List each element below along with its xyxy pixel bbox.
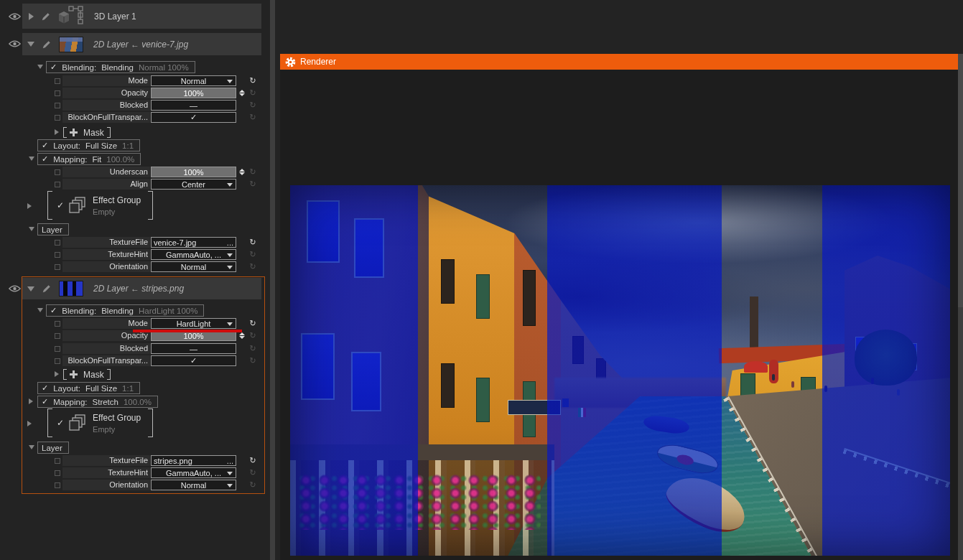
row-checkbox[interactable] [55, 333, 60, 339]
orientation-dropdown[interactable]: Normal [151, 480, 236, 490]
check-icon[interactable]: ✓ [57, 200, 64, 210]
opacity-input[interactable]: 100% [151, 88, 236, 98]
expand-arrow-icon[interactable] [55, 129, 59, 135]
row-checkbox[interactable] [55, 90, 60, 96]
layout-section-header[interactable]: ✓ Layout: Full Size 1:1 [37, 139, 140, 151]
row-checkbox[interactable] [55, 252, 60, 258]
mapping-section-header[interactable]: ✓ Mapping: Fit 100.0% [37, 153, 141, 165]
eye-icon[interactable] [9, 39, 21, 48]
collapse-arrow-icon[interactable] [29, 445, 34, 449]
expand-arrow-icon[interactable] [29, 398, 33, 404]
blockonfull-checkbox-field[interactable]: ✓ [151, 112, 236, 123]
underscan-input[interactable]: 100% [151, 167, 236, 177]
layers-panel-scrollbar[interactable] [270, 0, 275, 560]
texturehint-dropdown[interactable]: GammaAuto, ... [151, 467, 236, 478]
reset-icon[interactable]: ↻ [248, 238, 258, 247]
row-checkbox[interactable] [55, 482, 60, 488]
blending-section-header[interactable]: ✓ Blending: Blending HardLight 100% [46, 304, 204, 317]
reset-icon[interactable]: ↻ [248, 480, 258, 490]
collapse-arrow-icon[interactable] [27, 286, 34, 291]
chevron-down-icon [227, 183, 233, 187]
plus-icon[interactable] [70, 129, 78, 136]
check-icon[interactable]: ✓ [42, 383, 48, 393]
bracket-left [63, 369, 67, 380]
scrollbar-thumb[interactable] [958, 54, 963, 307]
blocked-field[interactable]: — [151, 100, 236, 111]
expand-arrow-icon[interactable] [27, 203, 32, 209]
layer-section-header[interactable]: Layer [37, 442, 69, 454]
row-checkbox[interactable] [55, 458, 60, 464]
check-icon[interactable]: ✓ [42, 154, 48, 164]
layer-header-venice[interactable]: 2D Layer ← venice-7.jpg [22, 33, 261, 55]
reset-icon[interactable]: ↻ [248, 88, 258, 98]
plus-icon[interactable] [70, 370, 78, 378]
reset-icon[interactable]: ↻ [248, 468, 258, 477]
row-checkbox[interactable] [55, 103, 60, 108]
reset-icon[interactable]: ↻ [248, 167, 258, 177]
blockonfull-checkbox-field[interactable]: ✓ [151, 355, 236, 366]
row-checkbox[interactable] [55, 346, 60, 352]
effect-group[interactable]: ✓ Effect Group Empty [47, 191, 153, 220]
texturefile-field[interactable]: stripes.png... [151, 455, 236, 466]
blending-section-header[interactable]: ✓ Blending: Blending Normal 100% [46, 61, 195, 73]
check-icon[interactable]: ✓ [42, 141, 48, 150]
mapping-section-header[interactable]: ✓ Mapping: Stretch 100.0% [37, 396, 158, 408]
renderer-titlebar[interactable]: Renderer [280, 54, 958, 70]
row-checkbox[interactable] [55, 169, 60, 175]
row-checkbox[interactable] [55, 470, 60, 476]
property-row-blocked: Blocked — ↻ [55, 343, 258, 354]
mode-dropdown[interactable]: HardLight [151, 318, 236, 329]
eye-icon[interactable] [9, 284, 21, 293]
reset-icon[interactable]: ↻ [248, 319, 258, 328]
property-label: BlockOnFullTranspar... [62, 112, 150, 123]
collapse-arrow-icon[interactable] [27, 42, 34, 47]
blocked-field[interactable]: — [151, 343, 236, 354]
reset-icon[interactable]: ↻ [248, 456, 258, 465]
layer-section-header[interactable]: Layer [37, 223, 69, 235]
row-checkbox[interactable] [55, 321, 60, 327]
reset-icon[interactable]: ↻ [248, 262, 258, 271]
reset-icon[interactable]: ↻ [248, 250, 258, 259]
row-checkbox[interactable] [55, 264, 60, 270]
check-icon[interactable]: ✓ [50, 62, 57, 72]
check-icon[interactable]: ✓ [57, 418, 64, 428]
collapse-arrow-icon[interactable] [29, 227, 34, 231]
expand-arrow-icon[interactable] [27, 421, 32, 426]
mode-dropdown[interactable]: Normal [151, 75, 236, 86]
row-checkbox[interactable] [55, 358, 60, 364]
texturefile-field[interactable]: venice-7.jpg... [151, 237, 236, 248]
reset-icon[interactable]: ↻ [248, 179, 258, 189]
layer-header-stripes[interactable]: 2D Layer ← stripes.png [22, 278, 261, 299]
check-icon[interactable]: ✓ [50, 306, 57, 315]
reset-icon[interactable]: ↻ [248, 76, 258, 85]
row-checkbox[interactable] [55, 78, 60, 84]
layer-header-3d[interactable]: 3D Layer 1 [22, 4, 261, 29]
row-checkbox[interactable] [55, 240, 60, 246]
reset-icon[interactable]: ↻ [248, 101, 258, 110]
layout-section-header[interactable]: ✓ Layout: Full Size 1:1 [37, 382, 140, 394]
renderer-scrollbar[interactable] [958, 54, 963, 560]
mask-row[interactable]: Mask [63, 369, 111, 380]
mask-row[interactable]: Mask [63, 127, 111, 138]
reset-icon[interactable]: ↻ [248, 113, 258, 122]
expand-arrow-icon[interactable] [29, 13, 34, 20]
collapse-arrow-icon[interactable] [29, 157, 34, 161]
spinner-icon[interactable] [238, 167, 246, 177]
align-dropdown[interactable]: Center [151, 179, 236, 190]
row-checkbox[interactable] [55, 115, 60, 121]
orientation-dropdown[interactable]: Normal [151, 261, 236, 272]
reset-icon[interactable]: ↻ [248, 331, 258, 340]
browse-button[interactable]: ... [227, 238, 233, 247]
check-icon[interactable]: ✓ [42, 397, 48, 406]
collapse-arrow-icon[interactable] [37, 308, 43, 312]
effect-group[interactable]: ✓ Effect Group Empty [47, 409, 153, 437]
expand-arrow-icon[interactable] [55, 371, 59, 377]
reset-icon[interactable]: ↻ [248, 344, 258, 353]
browse-button[interactable]: ... [227, 457, 233, 465]
texturehint-dropdown[interactable]: GammaAuto, ... [151, 249, 236, 260]
spinner-icon[interactable] [238, 88, 246, 98]
reset-icon[interactable]: ↻ [248, 356, 258, 365]
eye-icon[interactable] [9, 12, 21, 21]
collapse-arrow-icon[interactable] [37, 65, 43, 69]
row-checkbox[interactable] [55, 182, 60, 187]
